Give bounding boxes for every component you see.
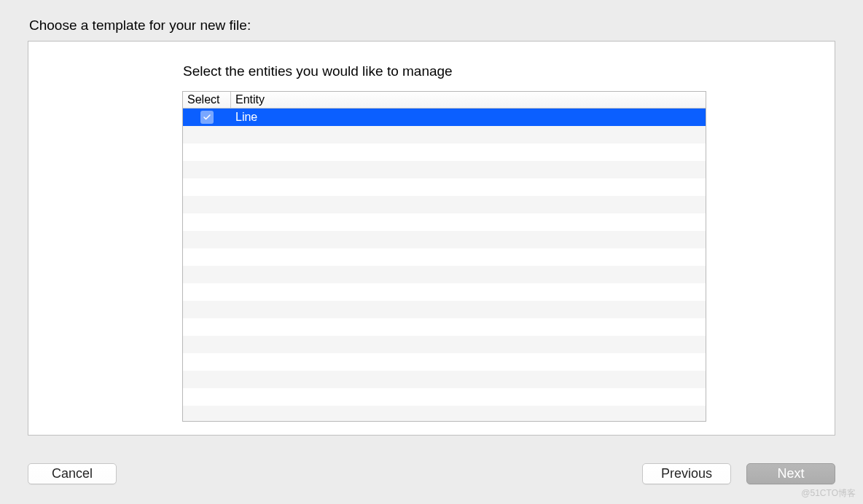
checkmark-icon[interactable] [200, 111, 214, 124]
table-row-empty [183, 388, 706, 406]
page-title: Choose a template for your new file: [0, 0, 863, 34]
table-row-empty [183, 318, 706, 336]
watermark: @51CTO博客 [801, 487, 856, 500]
subtitle: Select the entities you would like to ma… [28, 42, 835, 90]
table-row-empty [183, 213, 706, 231]
table-row-empty [183, 353, 706, 371]
row-entity-cell: Line [231, 109, 706, 126]
table-row-empty [183, 126, 706, 143]
table-row-empty [183, 143, 706, 161]
table-row-empty [183, 371, 706, 388]
table-row-empty [183, 406, 706, 422]
main-panel: Select the entities you would like to ma… [28, 41, 835, 436]
button-bar: Cancel Previous Next [0, 463, 863, 488]
table-body: Line [183, 109, 706, 421]
table-row-empty [183, 178, 706, 196]
table-row-empty [183, 196, 706, 213]
table-row-empty [183, 283, 706, 301]
table-row-empty [183, 301, 706, 318]
table-row[interactable]: Line [183, 109, 706, 126]
table-row-empty [183, 231, 706, 248]
table-row-empty [183, 161, 706, 178]
next-button[interactable]: Next [746, 463, 835, 484]
cancel-button[interactable]: Cancel [28, 463, 117, 484]
table-row-empty [183, 248, 706, 266]
previous-button[interactable]: Previous [642, 463, 731, 484]
column-header-select[interactable]: Select [183, 92, 231, 108]
row-select-cell[interactable] [183, 111, 231, 124]
table-header: Select Entity [183, 92, 706, 109]
table-row-empty [183, 266, 706, 283]
table-row-empty [183, 336, 706, 353]
column-header-entity[interactable]: Entity [231, 92, 706, 108]
entity-table: Select Entity Line [182, 91, 706, 422]
